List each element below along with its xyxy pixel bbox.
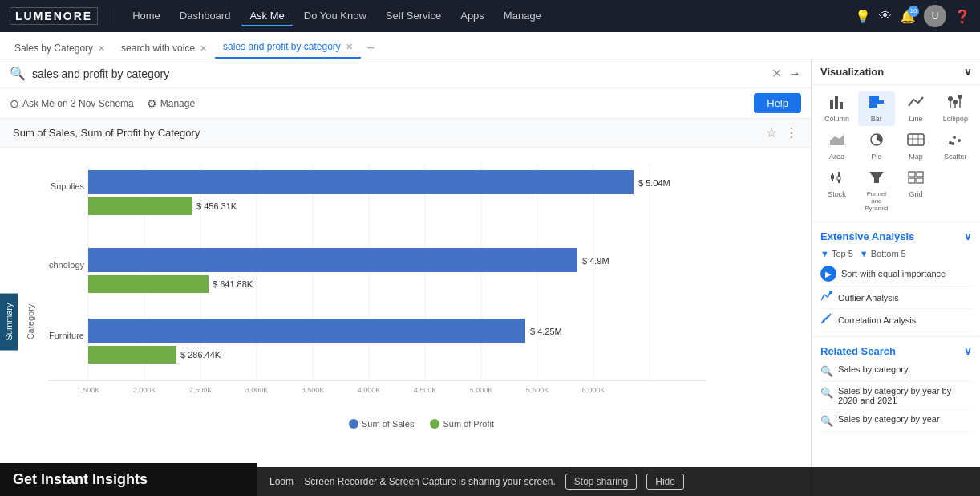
nav-manage[interactable]: Manage — [496, 6, 549, 26]
viz-map[interactable]: Map — [898, 129, 934, 164]
help-icon[interactable]: ❓ — [954, 9, 970, 24]
svg-rect-35 — [869, 100, 884, 104]
tab-sales-profit[interactable]: sales and profit by category ✕ — [215, 36, 361, 59]
tab-label: sales and profit by category — [223, 41, 341, 52]
funnel-icon — [868, 170, 885, 189]
bar-office-profit — [88, 197, 192, 215]
viz-grid[interactable]: Grid — [898, 167, 934, 215]
nav-home[interactable]: Home — [124, 6, 168, 26]
related-search-collapse-icon: ∨ — [964, 345, 972, 357]
schema-label: Ask Me on 3 Nov Schema — [22, 98, 134, 109]
tab-search-with-voice[interactable]: search with voice ✕ — [113, 38, 215, 59]
svg-text:4,500K: 4,500K — [414, 386, 437, 394]
chart-title-actions: ☆ ⋮ — [766, 125, 798, 140]
outlier-label: Outlier Analysis — [838, 293, 899, 303]
bar-icon — [868, 95, 885, 113]
sort-equal-importance[interactable]: ▶ Sort with equal importance — [820, 262, 972, 287]
schema-icon: ⊙ — [10, 97, 19, 110]
bell-icon[interactable]: 🔔 10 — [900, 9, 916, 24]
nav-askme[interactable]: Ask Me — [241, 6, 292, 26]
svg-text:5,500K: 5,500K — [526, 386, 549, 394]
nav-doyouknow[interactable]: Do You Know — [296, 6, 375, 26]
viz-stock[interactable]: Stock — [819, 167, 855, 215]
sort-label: Sort with equal importance — [841, 269, 946, 278]
tab-close-profit[interactable]: ✕ — [346, 42, 353, 52]
manage-item[interactable]: ⚙ Manage — [147, 97, 195, 110]
related-item-label-1: Sales by category — [838, 364, 908, 374]
tab-label: Sales by Category — [14, 43, 93, 54]
viz-funnel[interactable]: Funnel and Pyramid — [858, 167, 894, 215]
viz-bar[interactable]: Bar — [858, 91, 894, 126]
tabs-bar: Sales by Category ✕ search with voice ✕ … — [0, 32, 980, 59]
related-item-1[interactable]: 🔍 Sales by category — [820, 360, 972, 382]
active-indicator: ▶ — [820, 266, 836, 282]
svg-rect-57 — [909, 178, 915, 183]
svg-marker-54 — [869, 172, 884, 183]
svg-text:Technology: Technology — [48, 260, 84, 270]
eye-icon[interactable]: 👁 — [879, 9, 892, 23]
viz-pie-label: Pie — [871, 152, 881, 161]
viz-column[interactable]: Column — [819, 91, 855, 126]
svg-text:$ 4.9M: $ 4.9M — [582, 256, 609, 266]
svg-text:2,500K: 2,500K — [189, 386, 213, 394]
svg-point-59 — [829, 291, 832, 294]
svg-text:$ 456.31K: $ 456.31K — [196, 201, 237, 211]
tab-sales-by-category[interactable]: Sales by Category ✕ — [6, 38, 113, 59]
svg-point-48 — [958, 139, 961, 142]
related-search-header[interactable]: Related Search ∨ — [820, 342, 972, 360]
svg-text:$ 4.25M: $ 4.25M — [530, 327, 562, 336]
bottom5-filter[interactable]: ▼ Bottom 5 — [860, 249, 906, 258]
svg-text:$ 5.04M: $ 5.04M — [638, 178, 670, 188]
outlier-analysis-item[interactable]: Outlier Analysis — [820, 287, 972, 309]
viz-area[interactable]: Area — [819, 129, 855, 164]
tab-close-sales[interactable]: ✕ — [98, 43, 105, 54]
svg-point-38 — [948, 96, 953, 101]
viz-line[interactable]: Line — [898, 91, 934, 126]
tab-add-button[interactable]: + — [361, 38, 381, 59]
top5-filter-icon: ▼ — [820, 249, 829, 258]
svg-point-47 — [953, 136, 956, 139]
correlation-analysis-item[interactable]: Correlation Analysis — [820, 309, 972, 331]
svg-rect-51 — [831, 175, 834, 179]
nav-selfservice[interactable]: Self Service — [378, 6, 449, 26]
hide-button[interactable]: Hide — [646, 474, 684, 490]
schema-item[interactable]: ⊙ Ask Me on 3 Nov Schema — [10, 97, 134, 110]
viz-funnel-label: Funnel and Pyramid — [861, 190, 891, 212]
top-navigation: LUMENORE Home Dashboard Ask Me Do You Kn… — [0, 0, 980, 32]
viz-pie[interactable]: Pie — [858, 129, 894, 164]
tab-close-voice[interactable]: ✕ — [200, 43, 207, 54]
related-item-2[interactable]: 🔍 Sales by category by year by 2020 and … — [820, 382, 972, 410]
gear-icon: ⚙ — [147, 97, 157, 110]
svg-marker-43 — [830, 134, 844, 145]
legend-sales-dot — [349, 419, 358, 429]
top5-label: Top 5 — [832, 249, 853, 258]
nav-apps[interactable]: Apps — [452, 6, 492, 26]
bar-office-sales — [88, 170, 634, 194]
extensive-analysis-header[interactable]: Extensive Analysis ∨ — [820, 227, 972, 246]
nav-dashboard[interactable]: Dashboard — [172, 6, 239, 26]
visualization-collapse-icon[interactable]: ∨ — [964, 66, 972, 78]
help-button[interactable]: Help — [754, 93, 801, 113]
search-input[interactable] — [32, 67, 765, 80]
nav-divider — [111, 6, 111, 26]
bulb-icon[interactable]: 💡 — [855, 9, 871, 24]
bar-tech-profit — [88, 275, 209, 293]
search-submit-button[interactable]: → — [788, 67, 801, 81]
avatar[interactable]: U — [924, 5, 946, 27]
top5-filter[interactable]: ▼ Top 5 — [820, 249, 853, 258]
correlation-icon — [820, 313, 833, 327]
notification-badge: 10 — [908, 6, 919, 17]
visualization-header: Visualization ∨ — [812, 59, 980, 85]
svg-text:$ 286.44K: $ 286.44K — [180, 350, 221, 360]
search-actions: ✕ → — [771, 66, 801, 81]
related-search-icon-2: 🔍 — [820, 387, 833, 399]
summary-sidebar[interactable]: Summary — [0, 293, 18, 350]
related-item-3[interactable]: 🔍 Sales by category by year — [820, 410, 972, 432]
svg-rect-53 — [837, 177, 840, 180]
stop-sharing-button[interactable]: Stop sharing — [565, 474, 637, 490]
search-clear-button[interactable]: ✕ — [771, 66, 782, 81]
viz-scatter[interactable]: Scatter — [937, 129, 974, 164]
more-options-icon[interactable]: ⋮ — [785, 125, 798, 140]
viz-lollipop[interactable]: Lollipop — [937, 91, 974, 126]
star-icon[interactable]: ☆ — [766, 125, 777, 140]
